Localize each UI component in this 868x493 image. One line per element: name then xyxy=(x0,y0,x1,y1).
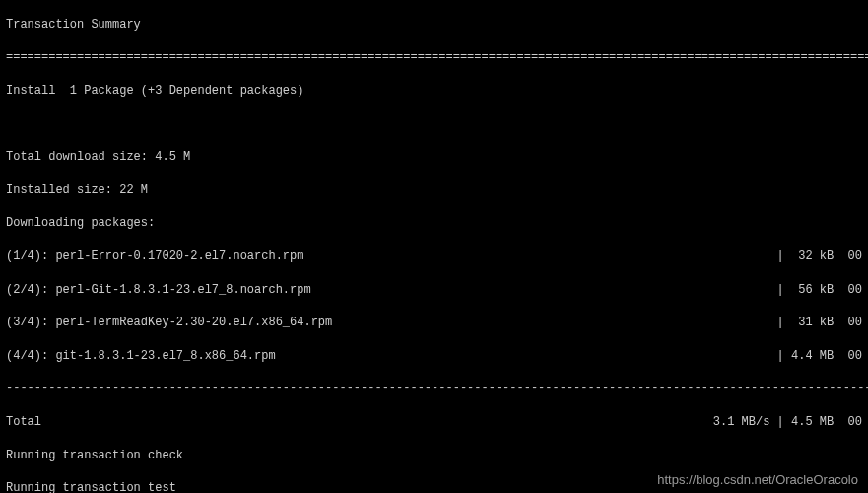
download-row: (3/4): perl-TermReadKey-2.30-20.el7.x86_… xyxy=(6,315,862,331)
download-name: (1/4): perl-Error-0.17020-2.el7.noarch.r… xyxy=(6,248,303,265)
watermark-text: https://blog.csdn.net/OracleOracolo xyxy=(657,471,858,489)
download-stat: | 56 kB 00 xyxy=(777,282,862,299)
total-stat: 3.1 MB/s | 4.5 MB 00 xyxy=(713,414,862,431)
download-name: (3/4): perl-TermReadKey-2.30-20.el7.x86_… xyxy=(6,315,332,331)
download-size: Total download size: 4.5 M xyxy=(6,149,862,166)
terminal-window[interactable]: Transaction Summary ====================… xyxy=(0,0,868,493)
install-summary: Install 1 Package (+3 Dependent packages… xyxy=(6,83,862,100)
total-row: Total3.1 MB/s | 4.5 MB 00 xyxy=(6,414,862,431)
download-stat: | 32 kB 00 xyxy=(777,248,862,265)
total-label: Total xyxy=(6,414,41,431)
divider-dash: ----------------------------------------… xyxy=(6,381,862,397)
download-name: (4/4): git-1.8.3.1-23.el7_8.x86_64.rpm xyxy=(6,348,276,365)
download-row: (1/4): perl-Error-0.17020-2.el7.noarch.r… xyxy=(6,248,862,265)
installed-size: Installed size: 22 M xyxy=(6,182,862,199)
downloading-label: Downloading packages: xyxy=(6,215,862,232)
download-row: (2/4): perl-Git-1.8.3.1-23.el7_8.noarch.… xyxy=(6,282,862,299)
download-row: (4/4): git-1.8.3.1-23.el7_8.x86_64.rpm| … xyxy=(6,348,862,365)
section-title: Transaction Summary xyxy=(6,17,862,34)
download-stat: | 31 kB 00 xyxy=(777,315,862,331)
download-name: (2/4): perl-Git-1.8.3.1-23.el7_8.noarch.… xyxy=(6,282,311,299)
download-stat: | 4.4 MB 00 xyxy=(777,348,862,365)
divider-double: ========================================… xyxy=(6,49,862,66)
trans-check: Running transaction check xyxy=(6,448,862,464)
blank-line xyxy=(6,116,862,133)
